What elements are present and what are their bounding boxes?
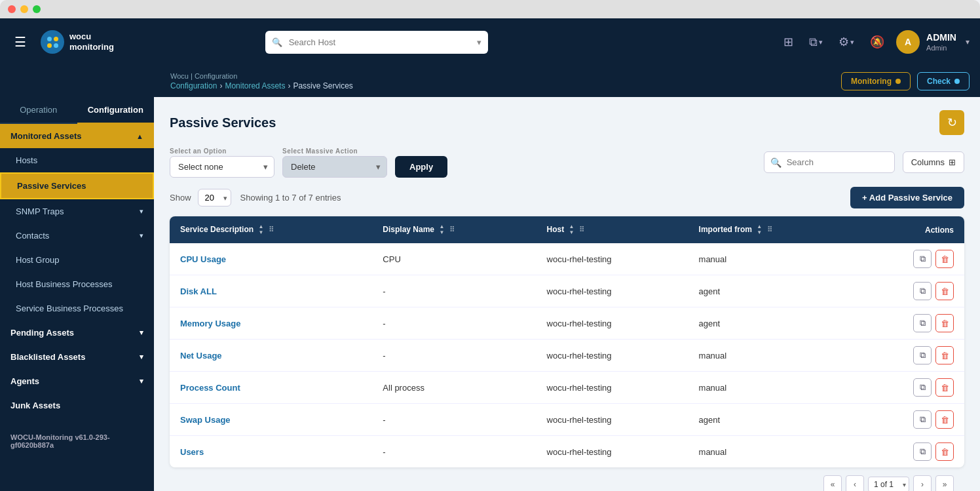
nav-tabs: Operation Configuration (0, 97, 154, 124)
cell-imported-from-3: manual (688, 340, 856, 372)
passive-services-table: Service Description ▲▼ ⠿ Display Name ▲▼… (170, 216, 964, 467)
copy-button-0[interactable]: ⧉ (913, 250, 932, 268)
delete-button-6[interactable]: 🗑 (935, 442, 954, 461)
service-link-5[interactable]: Swap Usage (180, 415, 231, 425)
breadcrumb-monitored-assets[interactable]: Monitored Assets (225, 81, 285, 90)
sidebar-item-passive-services[interactable]: Passive Services (0, 172, 154, 199)
show-label: Show (170, 193, 191, 203)
copy-button-1[interactable]: ⧉ (913, 282, 932, 300)
show-select[interactable]: 20 (198, 189, 231, 206)
page-select-wrap: 1 of 1 ▾ (868, 477, 909, 491)
copy-button-4[interactable]: ⧉ (913, 378, 932, 397)
sort-imported-from-icon[interactable]: ▲▼ (757, 224, 762, 235)
cell-display-name-1: - (372, 275, 536, 307)
page-next-button[interactable]: › (913, 475, 932, 491)
delete-button-3[interactable]: 🗑 (935, 346, 954, 364)
settings-icon[interactable]: ⚙ ▾ (835, 31, 858, 53)
delete-button-0[interactable]: 🗑 (935, 250, 954, 268)
sidebar-item-monitored-assets[interactable]: Monitored Assets ▲ (0, 124, 154, 148)
col-handle-display-name-icon[interactable]: ⠿ (449, 226, 455, 233)
check-button[interactable]: Check (917, 72, 970, 90)
sidebar-item-agents[interactable]: Agents ▾ (0, 369, 154, 393)
user-info: ADMIN Admin (926, 31, 956, 52)
add-passive-service-button[interactable]: + Add Passive Service (850, 187, 964, 208)
minimize-btn[interactable] (20, 5, 28, 13)
user-menu[interactable]: A ADMIN Admin ▾ (896, 30, 970, 54)
close-btn[interactable] (8, 5, 16, 13)
search-host-input[interactable] (265, 31, 488, 54)
sort-service-description-icon[interactable]: ▲▼ (258, 224, 263, 235)
sidebar-item-pending-assets[interactable]: Pending Assets ▾ (0, 321, 154, 345)
service-link-3[interactable]: Net Usage (180, 351, 222, 361)
pending-assets-caret-icon: ▾ (140, 328, 143, 337)
tab-operation[interactable]: Operation (0, 97, 77, 123)
copy-button-2[interactable]: ⧉ (913, 314, 932, 332)
sidebar-item-host-business-processes[interactable]: Host Business Processes (0, 272, 154, 296)
topnav-actions: ⊞ ⧉ ▾ ⚙ ▾ 🔕 A ADMIN Admin ▾ (780, 30, 970, 54)
table-header-row: Service Description ▲▼ ⠿ Display Name ▲▼… (170, 216, 964, 243)
table-row: Swap Usage - wocu-rhel-testing agent ⧉ 🗑 (170, 404, 964, 436)
cell-imported-from-6: manual (688, 436, 856, 468)
delete-button-2[interactable]: 🗑 (935, 314, 954, 332)
th-actions: Actions (855, 216, 964, 243)
th-service-description: Service Description ▲▼ ⠿ (170, 216, 372, 243)
page-first-button[interactable]: « (823, 475, 842, 491)
cell-service-description-0: CPU Usage (170, 243, 372, 275)
copy-button-6[interactable]: ⧉ (913, 442, 932, 461)
page-last-button[interactable]: » (935, 475, 954, 491)
service-link-0[interactable]: CPU Usage (180, 254, 226, 264)
table-row: Net Usage - wocu-rhel-testing manual ⧉ 🗑 (170, 340, 964, 372)
main-layout: Operation Configuration Monitored Assets… (0, 97, 980, 491)
breadcrumb-configuration[interactable]: Configuration (170, 81, 217, 90)
service-link-2[interactable]: Memory Usage (180, 319, 240, 328)
search-input[interactable] (764, 151, 895, 173)
alerts-icon[interactable]: 🔕 (866, 31, 888, 53)
topbar-buttons: Monitoring Check (841, 72, 980, 90)
sidebar-item-junk-assets[interactable]: Junk Assets (0, 393, 154, 418)
monitoring-button[interactable]: Monitoring (841, 72, 911, 90)
bookmarks-icon[interactable]: ⧉ ▾ (805, 31, 827, 53)
copy-button-5[interactable]: ⧉ (913, 410, 932, 429)
page-select[interactable]: 1 of 1 (868, 477, 909, 491)
columns-button[interactable]: Columns ⊞ (903, 151, 964, 173)
user-role: Admin (926, 43, 956, 52)
filters-row: Select an Option Select none ▾ Select Ma… (170, 147, 964, 178)
col-handle-imported-from-icon[interactable]: ⠿ (767, 226, 772, 233)
page-prev-button[interactable]: ‹ (846, 475, 864, 491)
sidebar-item-hosts[interactable]: Hosts (0, 148, 154, 172)
cell-actions-3: ⧉ 🗑 (855, 340, 964, 372)
logo: wocumonitoring (41, 30, 114, 54)
apply-button[interactable]: Apply (395, 156, 447, 178)
action-buttons-5: ⧉ 🗑 (865, 410, 954, 429)
sort-host-icon[interactable]: ▲▼ (569, 224, 575, 235)
service-link-1[interactable]: Disk ALL (180, 286, 217, 296)
copy-button-3[interactable]: ⧉ (913, 346, 932, 364)
sidebar-item-contacts[interactable]: Contacts ▾ (0, 224, 154, 248)
sidebar-item-service-business-processes[interactable]: Service Business Processes (0, 296, 154, 321)
action-buttons-6: ⧉ 🗑 (865, 442, 954, 461)
logo-dots (47, 37, 58, 48)
tab-configuration[interactable]: Configuration (77, 97, 155, 124)
sidebar-item-host-group[interactable]: Host Group (0, 248, 154, 272)
service-link-4[interactable]: Process Count (180, 383, 240, 393)
notifications-icon[interactable]: ⊞ (780, 31, 797, 53)
table-row: Memory Usage - wocu-rhel-testing agent ⧉… (170, 307, 964, 340)
sidebar-item-blacklisted-assets[interactable]: Blacklisted Assets ▾ (0, 345, 154, 369)
col-handle-host-icon[interactable]: ⠿ (579, 226, 584, 233)
delete-button-5[interactable]: 🗑 (935, 410, 954, 429)
refresh-button[interactable]: ↻ (939, 110, 964, 135)
sidebar-item-snmp-traps[interactable]: SNMP Traps ▾ (0, 199, 154, 224)
hamburger-menu[interactable]: ☰ (10, 30, 30, 54)
maximize-btn[interactable] (33, 5, 41, 13)
sort-display-name-icon[interactable]: ▲▼ (439, 224, 444, 235)
table-container: Service Description ▲▼ ⠿ Display Name ▲▼… (170, 216, 964, 467)
service-link-6[interactable]: Users (180, 447, 204, 457)
massive-action-select[interactable]: Delete (282, 156, 387, 178)
cell-host-5: wocu-rhel-testing (537, 404, 688, 436)
col-handle-service-description-icon[interactable]: ⠿ (269, 226, 274, 233)
delete-button-4[interactable]: 🗑 (935, 378, 954, 397)
logo-dot-4 (54, 43, 58, 48)
delete-button-1[interactable]: 🗑 (935, 282, 954, 300)
search-host-chevron[interactable]: ▾ (477, 37, 481, 47)
select-option-select[interactable]: Select none (170, 156, 274, 178)
